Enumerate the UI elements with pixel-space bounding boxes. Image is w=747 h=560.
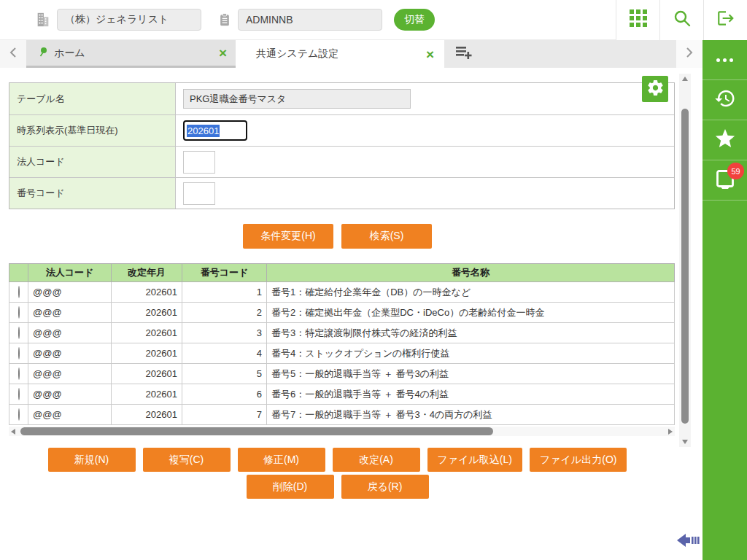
tab-scroll-left-button[interactable] <box>0 40 26 68</box>
back-button[interactable]: 戻る(R) <box>341 475 429 499</box>
pin-icon <box>38 47 48 60</box>
cell-corp: @@@ <box>28 405 112 425</box>
app-window: 切替 <box>0 0 747 560</box>
sidebar-favorites-button[interactable] <box>703 120 747 160</box>
cell-corp: @@@ <box>28 303 112 323</box>
tab-system-settings[interactable]: 共通システム設定 × <box>236 40 444 68</box>
search-exec-button[interactable]: 検索(S) <box>341 224 432 249</box>
row-radio[interactable] <box>18 327 20 339</box>
table-row[interactable]: @@@ 202601 6 番号6：一般的退職手当等 ＋ 番号4の利益 <box>9 384 675 405</box>
search-condition-form: テーブル名 時系列表示(基準日現在) 202601 <box>9 82 675 209</box>
top-header: 切替 <box>0 0 747 40</box>
row-radio[interactable] <box>18 306 20 319</box>
time-series-selected-text: 202601 <box>187 125 220 137</box>
tab-home-close-icon[interactable]: × <box>219 46 227 60</box>
sidebar-history-button[interactable] <box>703 80 747 120</box>
cell-name: 番号4：ストックオプションの権利行使益 <box>267 343 675 364</box>
scroll-down-arrow-icon[interactable] <box>682 440 688 444</box>
switch-button[interactable]: 切替 <box>394 9 435 31</box>
tab-system-settings-label: 共通システム設定 <box>250 47 426 61</box>
cell-revision: 202601 <box>112 282 182 303</box>
search-button[interactable] <box>659 0 703 40</box>
radio-column-header <box>9 264 28 282</box>
horizontal-scrollbar-thumb[interactable] <box>20 427 493 435</box>
logout-icon <box>716 9 735 31</box>
cell-name: 番号7：一般的退職手当等 ＋ 番号3・4の両方の利益 <box>267 405 675 425</box>
cell-code: 1 <box>182 282 267 303</box>
row-radio[interactable] <box>18 347 20 359</box>
table-row[interactable]: @@@ 202601 4 番号4：ストックオプションの権利行使益 <box>9 343 675 364</box>
corp-code-input[interactable] <box>183 151 215 174</box>
cell-code: 7 <box>182 405 267 425</box>
result-table: 法人コード 改定年月 番号コード 番号名称 @@@ 202601 1 番号1： <box>9 263 675 425</box>
number-name-header: 番号名称 <box>267 264 675 282</box>
tab-strip-rest <box>444 40 676 68</box>
table-name-input[interactable] <box>183 89 411 109</box>
form-row-number-code: 番号コード <box>9 177 674 209</box>
corp-code-header: 法人コード <box>28 264 112 282</box>
table-row[interactable]: @@@ 202601 2 番号2：確定拠出年金（企業型DC・iDeCo）の老齢給… <box>9 303 675 323</box>
row-radio[interactable] <box>18 368 20 380</box>
user-input[interactable] <box>238 9 382 31</box>
scroll-up-arrow-icon[interactable] <box>682 77 688 81</box>
scroll-right-arrow-icon[interactable] <box>668 429 673 435</box>
action-buttons-row1: 新規(N) 複写(C) 修正(M) 改定(A) ファイル取込(L) ファイル出力… <box>0 448 675 472</box>
delete-button[interactable]: 削除(D) <box>247 475 334 499</box>
table-row[interactable]: @@@ 202601 7 番号7：一般的退職手当等 ＋ 番号3・4の両方の利益 <box>9 405 675 425</box>
number-code-header: 番号コード <box>182 264 267 282</box>
back-arrow-icon[interactable] <box>676 532 701 551</box>
cell-code: 5 <box>182 364 267 384</box>
form-row-time-series: 時系列表示(基準日現在) 202601 <box>9 114 674 146</box>
right-sidebar: 59 <box>703 40 747 560</box>
scroll-left-arrow-icon[interactable] <box>11 429 15 435</box>
table-row[interactable]: @@@ 202601 3 番号3：特定譲渡制限付株式等の経済的利益 <box>9 323 675 343</box>
cell-name: 番号6：一般的退職手当等 ＋ 番号4の利益 <box>267 384 675 405</box>
search-icon <box>673 9 692 31</box>
chevron-left-icon <box>9 47 17 61</box>
sidebar-inbox-button[interactable]: 59 <box>703 160 747 201</box>
table-row[interactable]: @@@ 202601 5 番号5：一般的退職手当等 ＋ 番号3の利益 <box>9 364 675 384</box>
header-icon-group <box>616 0 747 40</box>
vertical-scrollbar-thumb[interactable] <box>681 109 689 424</box>
tab-home[interactable]: ホーム × <box>26 40 236 68</box>
apps-grid-button[interactable] <box>616 0 659 40</box>
table-row[interactable]: @@@ 202601 1 番号1：確定給付企業年金（DB）の一時金など <box>9 282 675 303</box>
cell-revision: 202601 <box>112 405 182 425</box>
row-radio[interactable] <box>18 388 20 400</box>
chevron-right-icon <box>686 47 693 61</box>
corp-code-label: 法人コード <box>9 147 176 177</box>
row-radio[interactable] <box>18 286 20 298</box>
company-input[interactable] <box>57 9 201 31</box>
action-buttons-row2: 削除(D) 戻る(R) <box>0 475 675 499</box>
cell-corp: @@@ <box>28 323 112 343</box>
tab-scroll-right-button[interactable] <box>676 40 703 68</box>
building-icon <box>35 12 51 28</box>
file-import-button[interactable]: ファイル取込(L) <box>427 448 522 472</box>
cell-revision: 202601 <box>112 343 182 364</box>
settings-button[interactable] <box>642 76 668 102</box>
row-radio[interactable] <box>18 408 20 421</box>
notification-badge: 59 <box>727 163 744 179</box>
history-icon <box>714 88 736 112</box>
file-export-button[interactable]: ファイル出力(O) <box>530 448 627 472</box>
logout-button[interactable] <box>703 0 747 40</box>
apps-grid-icon <box>629 9 648 31</box>
cell-name: 番号3：特定譲渡制限付株式等の経済的利益 <box>267 323 675 343</box>
change-condition-button[interactable]: 条件変更(H) <box>243 224 333 249</box>
horizontal-scrollbar[interactable] <box>9 427 675 436</box>
form-row-corp-code: 法人コード <box>9 146 674 177</box>
tab-system-settings-close-icon[interactable]: × <box>426 47 434 61</box>
modify-button[interactable]: 修正(M) <box>238 448 325 472</box>
form-row-table-name: テーブル名 <box>9 83 674 114</box>
new-button[interactable]: 新規(N) <box>48 448 136 472</box>
content-area: テーブル名 時系列表示(基準日現在) 202601 <box>0 68 703 560</box>
time-series-input[interactable]: 202601 <box>183 120 247 141</box>
copy-button[interactable]: 複写(C) <box>143 448 231 472</box>
vertical-scrollbar[interactable] <box>679 74 691 447</box>
sidebar-more-button[interactable] <box>703 40 747 80</box>
add-tab-icon[interactable] <box>454 44 473 63</box>
tab-home-label: ホーム <box>48 47 219 60</box>
number-code-input[interactable] <box>183 182 215 205</box>
revise-button[interactable]: 改定(A) <box>333 448 420 472</box>
star-icon <box>714 128 736 152</box>
